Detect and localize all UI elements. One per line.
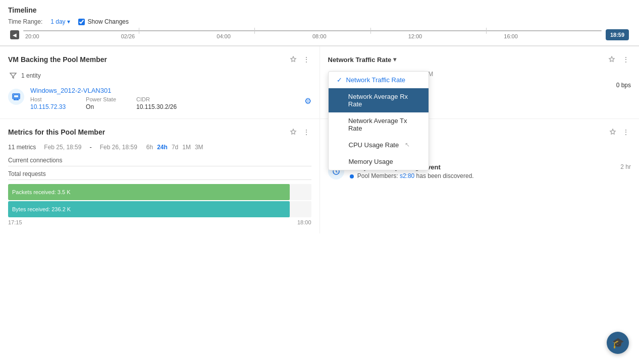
power-state-value: On xyxy=(86,103,116,110)
cidr-label: CIDR xyxy=(136,96,177,102)
metric-selector-button[interactable]: Network Traffic Rate ▾ xyxy=(328,56,397,64)
chevron-down-icon: ▾ xyxy=(67,18,70,25)
metric-selector-container: Network Traffic Rate ▾ ✓ Network Traffic… xyxy=(328,56,397,64)
metrics-time-filter-3m[interactable]: 3M xyxy=(194,144,204,151)
cursor-icon: ↖ xyxy=(405,141,410,148)
chart-time-end: 18:00 xyxy=(297,219,311,225)
network-traffic-pin-icon[interactable] xyxy=(607,54,617,65)
cidr-value: 10.115.30.2/26 xyxy=(136,103,177,110)
host-label: Host xyxy=(30,96,66,102)
vm-backing-pin-icon[interactable] xyxy=(288,54,298,65)
metrics-more-icon[interactable]: ⋮ xyxy=(301,127,311,137)
dropdown-item-network-avg-tx[interactable]: Network Average Tx Rate xyxy=(329,112,429,137)
event-time: 2 hr xyxy=(620,163,631,170)
timeline-section: Timeline Time Range: 1 day ▾ Show Change… xyxy=(0,0,639,46)
svg-rect-1 xyxy=(14,95,19,98)
metrics-pin-icon[interactable] xyxy=(288,127,298,137)
vm-backing-title: VM Backing the Pool Member xyxy=(8,55,107,64)
metrics-time-filter-group: 6h 24h 7d 1M 3M xyxy=(145,144,204,151)
network-traffic-more-icon[interactable]: ⋮ xyxy=(621,54,631,65)
timeline-title: Timeline xyxy=(8,6,631,14)
metrics-subheader: 11 metrics Feb 25, 18:59 - Feb 26, 18:59… xyxy=(8,143,311,151)
filter-icon xyxy=(8,71,18,81)
dropdown-item-cpu-usage[interactable]: CPU Usage Rate ↖ xyxy=(329,137,429,153)
power-state-label: Power State xyxy=(86,96,116,102)
events-pin-icon[interactable] xyxy=(608,127,618,137)
metrics-time-filter-24h[interactable]: 24h xyxy=(156,144,169,151)
dropdown-item-memory-usage[interactable]: Memory Usage xyxy=(329,153,429,170)
help-fab-button[interactable]: 🎓 xyxy=(607,332,629,354)
timeline-labels: 20:00 02/26 04:00 08:00 12:00 16:00 xyxy=(23,33,602,39)
chevron-down-icon: ▾ xyxy=(393,56,396,63)
metrics-date-to: Feb 26, 18:59 xyxy=(100,144,137,151)
metrics-count: 11 metrics xyxy=(8,144,36,151)
chart-time-start: 17:15 xyxy=(8,219,22,225)
metrics-date-from: Feb 25, 18:59 xyxy=(44,144,81,151)
event-description: Pool Members: s2:80 has been discovered. xyxy=(349,172,616,179)
event-link[interactable]: s2:80 xyxy=(400,172,414,179)
metrics-title: Metrics for this Pool Member xyxy=(8,128,105,136)
check-icon: ✓ xyxy=(337,76,342,84)
vm-backing-card: VM Backing the Pool Member ⋮ 1 entity xyxy=(0,46,320,118)
main-grid: VM Backing the Pool Member ⋮ 1 entity xyxy=(0,46,639,233)
host-value[interactable]: 10.115.72.33 xyxy=(30,103,66,110)
timeline-right-handle[interactable]: 18:59 xyxy=(606,29,629,40)
show-changes-label[interactable]: Show Changes xyxy=(78,18,129,25)
metrics-card: Metrics for this Pool Member ⋮ 11 metric… xyxy=(0,119,320,233)
bytes-bar-label: Bytes received: 236.2 K xyxy=(12,206,71,212)
metrics-date-separator: - xyxy=(89,143,91,151)
dropdown-item-network-traffic[interactable]: ✓ Network Traffic Rate xyxy=(329,72,429,88)
timeline-left-handle[interactable]: ◀ xyxy=(10,30,19,39)
current-connections-label: Current connections xyxy=(8,157,311,164)
packets-received-bar: Packets received: 3.5 K xyxy=(8,184,311,200)
metrics-time-filter-6h[interactable]: 6h xyxy=(145,144,154,151)
settings-icon[interactable]: ⚙ xyxy=(304,96,311,110)
metrics-time-filter-7d[interactable]: 7d xyxy=(171,144,179,151)
entity-row: 1 entity xyxy=(8,71,311,81)
time-range-label: Time Range: xyxy=(8,18,42,25)
show-changes-checkbox[interactable] xyxy=(78,19,85,25)
dropdown-item-network-avg-rx[interactable]: Network Average Rx Rate xyxy=(329,88,429,112)
metric-selector-label: Network Traffic Rate xyxy=(328,56,392,64)
network-traffic-card: Network Traffic Rate ▾ ✓ Network Traffic… xyxy=(320,46,640,118)
vm-details: Host 10.115.72.33 Power State On CIDR 10… xyxy=(30,96,311,110)
graduation-cap-icon: 🎓 xyxy=(612,337,624,349)
total-requests-label: Total requests xyxy=(8,170,311,177)
events-more-icon[interactable]: ⋮ xyxy=(621,127,631,137)
metrics-chart: Current connections Total requests Packe… xyxy=(8,157,311,225)
time-range-select[interactable]: 1 day ▾ xyxy=(50,18,70,25)
metric-dropdown-menu: ✓ Network Traffic Rate Network Average R… xyxy=(328,71,429,170)
vm-icon xyxy=(8,89,24,105)
bytes-received-bar: Bytes received: 236.2 K xyxy=(8,201,311,217)
vm-name[interactable]: Windows_2012-2-VLAN301 xyxy=(30,87,311,94)
packets-bar-label: Packets received: 3.5 K xyxy=(12,189,71,195)
metrics-time-filter-1m[interactable]: 1M xyxy=(181,144,192,151)
vm-row: Windows_2012-2-VLAN301 Host 10.115.72.33… xyxy=(8,87,311,110)
chart-time-labels: 17:15 18:00 xyxy=(8,219,311,225)
entity-count: 1 entity xyxy=(21,72,41,79)
vm-backing-more-icon[interactable]: ⋮ xyxy=(301,54,311,65)
svg-point-3 xyxy=(350,174,354,178)
